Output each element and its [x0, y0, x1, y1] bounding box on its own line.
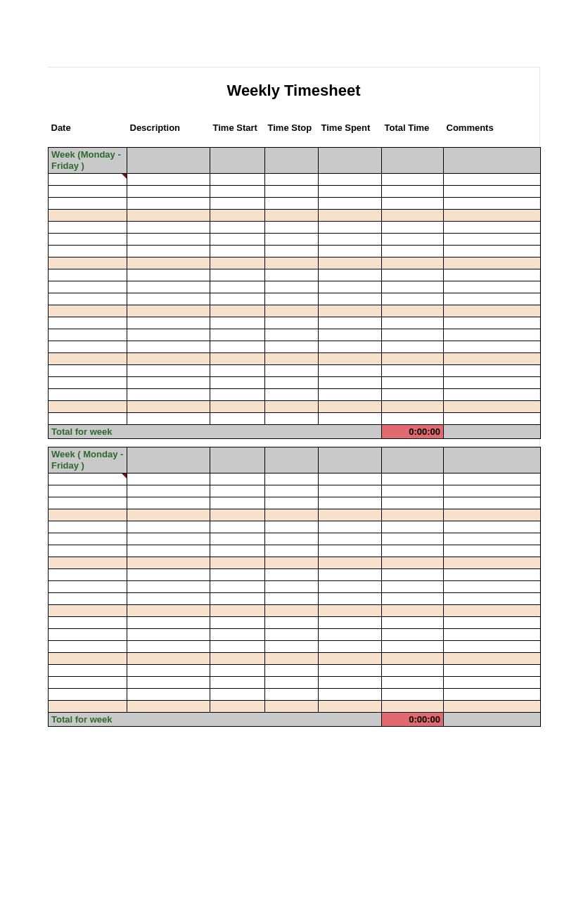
cell[interactable]: [382, 521, 444, 533]
cell[interactable]: [444, 234, 541, 246]
cell[interactable]: [265, 377, 319, 389]
week-header-cell[interactable]: [382, 148, 444, 174]
cell[interactable]: [210, 557, 265, 569]
cell[interactable]: [382, 365, 444, 377]
cell[interactable]: [49, 317, 127, 329]
cell[interactable]: [210, 222, 265, 234]
cell[interactable]: [444, 569, 541, 581]
cell[interactable]: [265, 389, 319, 401]
cell[interactable]: [382, 581, 444, 593]
cell[interactable]: [265, 234, 319, 246]
cell[interactable]: [319, 701, 382, 713]
cell[interactable]: [210, 545, 265, 557]
cell[interactable]: [127, 689, 210, 701]
cell[interactable]: [127, 473, 210, 485]
cell[interactable]: [127, 665, 210, 677]
cell[interactable]: [382, 377, 444, 389]
cell[interactable]: [49, 617, 127, 629]
cell[interactable]: [49, 473, 127, 485]
cell[interactable]: [49, 593, 127, 605]
cell[interactable]: [210, 234, 265, 246]
cell[interactable]: [127, 677, 210, 689]
cell[interactable]: [127, 269, 210, 281]
cell[interactable]: [444, 665, 541, 677]
cell[interactable]: [444, 210, 541, 222]
cell[interactable]: [127, 281, 210, 293]
cell[interactable]: [382, 677, 444, 689]
cell[interactable]: [444, 269, 541, 281]
cell[interactable]: [319, 473, 382, 485]
cell[interactable]: [265, 174, 319, 186]
cell[interactable]: [127, 485, 210, 497]
cell[interactable]: [127, 701, 210, 713]
cell[interactable]: [210, 521, 265, 533]
cell[interactable]: [382, 210, 444, 222]
cell[interactable]: [265, 581, 319, 593]
cell[interactable]: [444, 258, 541, 269]
cell[interactable]: [444, 533, 541, 545]
cell[interactable]: [319, 521, 382, 533]
cell[interactable]: [265, 413, 319, 425]
cell[interactable]: [127, 186, 210, 198]
cell[interactable]: [444, 485, 541, 497]
cell[interactable]: [265, 677, 319, 689]
cell[interactable]: [49, 269, 127, 281]
cell[interactable]: [319, 509, 382, 521]
cell[interactable]: [210, 258, 265, 269]
cell[interactable]: [319, 281, 382, 293]
cell[interactable]: [49, 497, 127, 509]
cell[interactable]: [127, 401, 210, 413]
cell[interactable]: [382, 497, 444, 509]
cell[interactable]: [127, 545, 210, 557]
cell[interactable]: [444, 281, 541, 293]
cell[interactable]: [319, 389, 382, 401]
cell[interactable]: [319, 413, 382, 425]
cell[interactable]: [382, 665, 444, 677]
cell[interactable]: [319, 689, 382, 701]
cell[interactable]: [49, 641, 127, 653]
cell[interactable]: [444, 353, 541, 365]
cell[interactable]: [382, 617, 444, 629]
cell[interactable]: [127, 293, 210, 305]
cell[interactable]: [444, 174, 541, 186]
cell[interactable]: [382, 641, 444, 653]
cell[interactable]: [49, 509, 127, 521]
cell[interactable]: [265, 545, 319, 557]
cell[interactable]: [49, 557, 127, 569]
cell[interactable]: [210, 389, 265, 401]
cell[interactable]: [49, 689, 127, 701]
cell[interactable]: [210, 629, 265, 641]
cell[interactable]: [265, 533, 319, 545]
cell[interactable]: [127, 581, 210, 593]
cell[interactable]: [319, 653, 382, 665]
cell[interactable]: [127, 497, 210, 509]
cell[interactable]: [127, 629, 210, 641]
cell[interactable]: [127, 305, 210, 317]
cell[interactable]: [444, 677, 541, 689]
cell[interactable]: [444, 317, 541, 329]
cell[interactable]: [265, 305, 319, 317]
cell[interactable]: [382, 569, 444, 581]
cell[interactable]: [265, 353, 319, 365]
cell[interactable]: [319, 329, 382, 341]
cell[interactable]: [210, 246, 265, 258]
cell[interactable]: [49, 389, 127, 401]
cell[interactable]: [444, 653, 541, 665]
cell[interactable]: [319, 234, 382, 246]
cell[interactable]: [210, 677, 265, 689]
cell[interactable]: [319, 258, 382, 269]
cell[interactable]: [127, 317, 210, 329]
cell[interactable]: [382, 293, 444, 305]
cell[interactable]: [210, 317, 265, 329]
cell[interactable]: [127, 246, 210, 258]
cell[interactable]: [382, 329, 444, 341]
cell[interactable]: [49, 545, 127, 557]
cell[interactable]: [382, 533, 444, 545]
cell[interactable]: [265, 293, 319, 305]
cell[interactable]: [444, 293, 541, 305]
cell[interactable]: [382, 305, 444, 317]
cell[interactable]: [210, 305, 265, 317]
cell[interactable]: [210, 198, 265, 210]
cell[interactable]: [49, 653, 127, 665]
cell[interactable]: [319, 401, 382, 413]
